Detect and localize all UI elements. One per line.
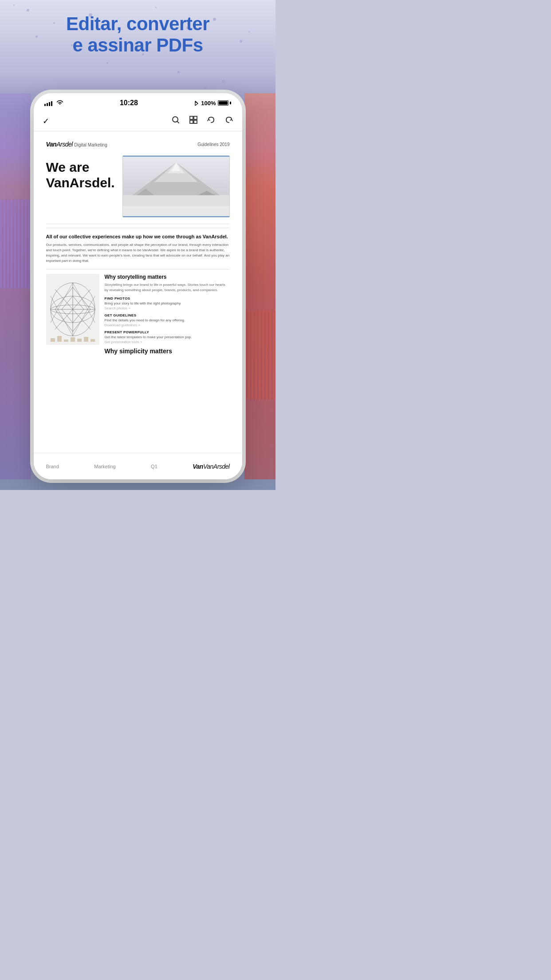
pdf-guidelines-label: Guidelines 2019 — [197, 142, 229, 147]
signal-bar-3 — [49, 102, 50, 106]
svg-rect-36 — [91, 339, 95, 342]
phone-mockup: 10:28 100% ✓ — [34, 93, 242, 479]
svg-point-0 — [173, 117, 178, 122]
pdf-bottom-nav: Brand Marketing Q1 VanVanArsdel — [34, 453, 242, 479]
body-text: Our products, services, communications, … — [46, 242, 230, 264]
battery-fill — [219, 101, 228, 105]
signal-bar-2 — [47, 103, 48, 106]
grid-icon[interactable] — [189, 115, 198, 126]
signal-bar-1 — [44, 104, 46, 106]
undo-icon[interactable] — [207, 115, 216, 126]
section2-title: GET GUIDELINES — [105, 313, 230, 317]
divider-1 — [46, 224, 230, 224]
wifi-icon — [56, 99, 63, 107]
status-left — [44, 99, 63, 107]
pdf-header: VanArsdel Digital Marketing Guidelines 2… — [46, 140, 230, 148]
battery-tip — [230, 102, 231, 104]
redo-icon[interactable] — [224, 115, 233, 126]
hero-text-content: We are VanArsdel. — [46, 160, 117, 190]
svg-rect-1 — [190, 116, 193, 119]
title-area: Editar, converter e assinar PDFs — [0, 13, 276, 56]
svg-rect-34 — [77, 339, 82, 342]
section2-desc: Find the details you need to design for … — [105, 318, 230, 322]
nav-q1: Q1 — [151, 464, 157, 469]
section1-desc: Bring your story to life with the right … — [105, 301, 230, 305]
pdf-logo: VanArsdel — [46, 141, 75, 148]
pdf-toolbar: ✓ — [34, 111, 242, 131]
nav-marketing: Marketing — [94, 464, 115, 469]
section3-title: PRESENT POWERFULLY — [105, 330, 230, 334]
body-headline: All of our collective experiences make u… — [46, 233, 230, 240]
section1-link[interactable]: Search photos > — [105, 306, 230, 310]
signal-bar-4 — [51, 101, 52, 106]
col-title: Why storytelling matters — [105, 274, 230, 280]
hero-mountain-image — [122, 155, 230, 217]
section3-desc: Get the latest templates to make your pr… — [105, 335, 230, 339]
svg-rect-31 — [57, 336, 62, 342]
svg-rect-30 — [51, 338, 55, 342]
pdf-content: VanArsdel Digital Marketing Guidelines 2… — [34, 131, 242, 453]
battery-percent: 100% — [201, 100, 216, 107]
svg-rect-3 — [190, 120, 193, 123]
two-column-section: Why storytelling matters Storytelling br… — [46, 269, 230, 355]
red-column-decoration — [244, 93, 276, 479]
col-right-content: Why storytelling matters Storytelling br… — [105, 274, 230, 355]
pdf-logo-area: VanArsdel Digital Marketing — [46, 140, 107, 148]
svg-rect-32 — [64, 340, 68, 342]
toolbar-icons — [171, 115, 233, 126]
status-right: 100% — [194, 99, 231, 107]
svg-rect-33 — [71, 337, 75, 342]
checkmark-icon[interactable]: ✓ — [43, 116, 49, 126]
col-desc: Storytelling brings our brand to life in… — [105, 282, 230, 293]
signal-bars — [44, 100, 52, 106]
geometric-image — [46, 274, 99, 345]
status-bar: 10:28 100% — [34, 93, 242, 111]
title-line2: e assinar PDFs — [0, 35, 276, 56]
svg-rect-2 — [194, 116, 197, 119]
nav-brand: Brand — [46, 464, 59, 469]
purple-strip-decoration — [0, 200, 31, 288]
battery-body — [218, 100, 228, 106]
hero-section: We are VanArsdel. — [46, 155, 230, 217]
svg-rect-4 — [194, 120, 197, 123]
battery-icon — [218, 100, 231, 106]
pdf-subtitle: Digital Marketing — [74, 142, 107, 147]
red-wavy-decoration — [244, 311, 276, 399]
section2-link[interactable]: Download guidelines > — [105, 323, 230, 327]
section3-link[interactable]: Get presentation tools > — [105, 340, 230, 344]
why-simplicity-heading: Why simplicity matters — [105, 348, 230, 355]
svg-rect-14 — [123, 206, 229, 217]
nav-footer-logo: VanVanArsdel — [193, 463, 229, 470]
main-title: Editar, converter e assinar PDFs — [0, 13, 276, 56]
bluetooth-icon — [194, 99, 199, 107]
status-time: 10:28 — [120, 99, 138, 107]
body-section: All of our collective experiences make u… — [46, 228, 230, 264]
title-line1: Editar, converter — [0, 13, 276, 35]
svg-rect-35 — [84, 337, 88, 342]
search-icon[interactable] — [171, 115, 180, 126]
section1-title: FIND PHOTOS — [105, 296, 230, 300]
hero-heading: We are VanArsdel. — [46, 155, 117, 217]
